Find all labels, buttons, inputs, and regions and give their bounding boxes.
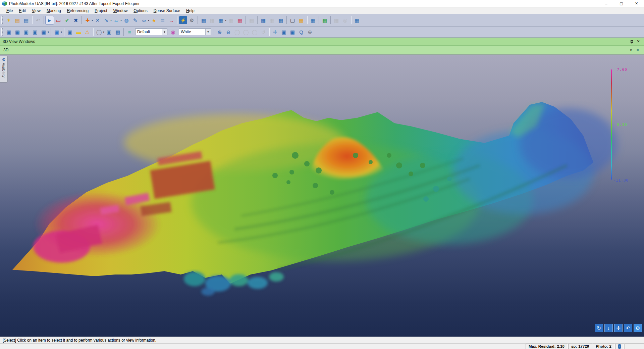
legend-mid-label: -9.30 — [614, 122, 627, 127]
color-wheel-icon[interactable]: ◉ — [169, 28, 177, 36]
windows-cascade-icon-dropdown[interactable]: ▾ — [61, 31, 62, 34]
surface-tool-icon[interactable]: ▱ — [112, 16, 120, 24]
curve-tool-icon[interactable]: ∿ — [102, 16, 110, 24]
delete-icon[interactable]: ✖ — [72, 16, 80, 24]
reference-mode-icon-dropdown[interactable]: ▾ — [148, 19, 149, 22]
add-point-icon[interactable]: ✚ — [84, 16, 92, 24]
pan-photos-icon[interactable]: ✛ — [271, 28, 279, 36]
layers-icon[interactable]: ≡ — [125, 28, 133, 36]
stack-table-icon[interactable]: ▦ — [332, 16, 340, 24]
process-settings-icon[interactable]: ⚙ — [188, 16, 196, 24]
zoom-last-icon[interactable]: ◯ — [251, 28, 259, 36]
zoom-out-icon[interactable]: ⊖ — [224, 28, 232, 36]
audit-window-icon[interactable]: ⚠ — [83, 28, 91, 36]
magnifier-icon-dropdown[interactable]: ▾ — [103, 31, 104, 34]
photo-table-icon[interactable]: ▦ — [208, 16, 216, 24]
zoom-in-icon[interactable]: ⊕ — [216, 28, 224, 36]
edit-photo-table-icon-dropdown[interactable]: ▾ — [225, 19, 226, 22]
measure-window-icon[interactable]: ▬ — [74, 28, 83, 36]
pen-table-icon[interactable]: ▦ — [309, 16, 317, 24]
window-globe-icon[interactable]: ▣ — [22, 28, 30, 36]
menu-dense-surface[interactable]: Dense Surface — [151, 8, 183, 14]
surface-tool-icon-dropdown[interactable]: ▾ — [120, 19, 122, 22]
select-items-icon[interactable]: ► — [46, 16, 54, 24]
open-project-icon[interactable]: ▤ — [13, 16, 21, 24]
photo-light-icon[interactable]: ▦ — [259, 16, 267, 24]
restore-button[interactable]: ▢ — [614, 0, 629, 7]
magnify-photos-icon[interactable]: Q — [297, 28, 305, 36]
magnifier-icon[interactable]: ◯ — [95, 28, 103, 36]
window-check-icon[interactable]: ▣ — [31, 28, 39, 36]
region-select-icon[interactable]: ▭ — [54, 16, 62, 24]
window-zoom-icon[interactable]: ▣ — [13, 28, 21, 36]
fit-photos-icon[interactable]: ▣ — [280, 28, 288, 36]
point-cloud-icon[interactable]: ◍ — [122, 16, 130, 24]
measure-icon[interactable]: ✕ — [94, 16, 102, 24]
stamp-table-icon[interactable]: ◎ — [341, 16, 349, 24]
panel-close-icon[interactable]: ✕ — [635, 39, 641, 45]
layer-select[interactable]: Default▼ — [135, 29, 167, 35]
zoom-region-icon[interactable]: ◯ — [233, 28, 241, 36]
photo-grid-icon[interactable]: ▦ — [277, 16, 285, 24]
export-model-icon[interactable]: → — [167, 16, 175, 24]
pan-view-icon[interactable]: ✛ — [614, 324, 623, 332]
view-options-icon[interactable]: ⚙ — [634, 324, 642, 332]
reference-mode-icon[interactable]: ∞ — [140, 16, 148, 24]
close-button[interactable]: ✕ — [629, 0, 644, 7]
project-report-icon[interactable]: ≣ — [159, 16, 167, 24]
edit-photo-table-icon[interactable]: ▦ — [217, 16, 225, 24]
undo-view-icon[interactable]: ↶ — [624, 324, 632, 332]
pin-icon[interactable] — [629, 39, 635, 45]
open-photos-icon[interactable]: ✔ — [63, 16, 71, 24]
terrain-mesh[interactable] — [0, 55, 644, 337]
menu-referencing[interactable]: Referencing — [64, 8, 92, 14]
tab-close-icon[interactable]: ✕ — [635, 47, 641, 53]
edit-points-icon[interactable]: ✎ — [131, 16, 139, 24]
window-photo-icon[interactable]: ▣ — [5, 28, 13, 36]
settings-window-icon[interactable]: ▣ — [66, 28, 74, 36]
check-table-icon[interactable]: ▦ — [227, 16, 235, 24]
image-export-icon[interactable]: ▦ — [353, 16, 361, 24]
rotate-view-icon[interactable]: ↻ — [595, 324, 603, 332]
process-icon[interactable]: ⚡ — [179, 16, 187, 24]
menu-window[interactable]: Window — [110, 8, 131, 14]
refresh-table-icon[interactable]: ▦ — [321, 16, 329, 24]
menu-file[interactable]: File — [3, 8, 16, 14]
undo-icon[interactable]: ↶ — [34, 16, 42, 24]
new-photo-table-icon[interactable]: ▦ — [200, 16, 208, 24]
fit-window-icon[interactable]: ▣ — [105, 28, 113, 36]
menu-project[interactable]: Project — [92, 8, 110, 14]
3d-viewport[interactable]: ⚙ Visibility -7.60 -9.30 -11.00 ↻↓✛↶⚙ — [0, 55, 644, 337]
layout-grid-icon[interactable]: ▦ — [114, 28, 122, 36]
menu-view[interactable]: View — [29, 8, 44, 14]
zoom-all-photos-icon[interactable]: ▣ — [288, 28, 297, 36]
panel-tab-3d[interactable]: 3D ▾ ✕ — [0, 46, 644, 55]
copy-table-icon[interactable]: ▦ — [248, 16, 256, 24]
center-photos-icon[interactable]: ⊕ — [306, 28, 314, 36]
menu-edit[interactable]: Edit — [16, 8, 29, 14]
smartmatch-icon[interactable]: ★ — [150, 16, 158, 24]
menu-help[interactable]: Help — [183, 8, 198, 14]
photo-light-off-icon[interactable]: ▦ — [268, 16, 276, 24]
status-flag-field[interactable]: ↑ — [615, 344, 624, 349]
view-undo-icon[interactable]: ↺ — [259, 28, 267, 36]
save-project-icon[interactable]: ▤ — [22, 16, 30, 24]
zoom-100-icon[interactable]: ◯ — [242, 28, 250, 36]
zoom-extents-icon[interactable]: ↓ — [604, 324, 613, 332]
marquee-table-icon[interactable]: ▢ — [288, 16, 297, 24]
menu-marking[interactable]: Marking — [44, 8, 64, 14]
tab-dropdown-icon[interactable]: ▾ — [628, 47, 634, 53]
highlight-table-icon[interactable]: ▦ — [236, 16, 244, 24]
status-message-bar: [Select] Click on an item to select it a… — [0, 337, 644, 343]
brush-table-icon[interactable]: ▦ — [297, 16, 305, 24]
menu-options[interactable]: Options — [130, 8, 150, 14]
background-color-select[interactable]: White▼ — [179, 29, 211, 35]
windows-cascade-icon[interactable]: ▣ — [53, 28, 61, 36]
add-point-icon-dropdown[interactable]: ▾ — [92, 19, 93, 22]
curve-tool-icon-dropdown[interactable]: ▾ — [110, 19, 112, 22]
minimize-button[interactable]: – — [599, 0, 614, 7]
window-list-icon-dropdown[interactable]: ▾ — [48, 31, 49, 34]
visibility-tab[interactable]: ⚙ Visibility — [0, 56, 8, 83]
window-list-icon[interactable]: ▣ — [40, 28, 48, 36]
new-project-icon[interactable]: ✶ — [5, 16, 13, 24]
